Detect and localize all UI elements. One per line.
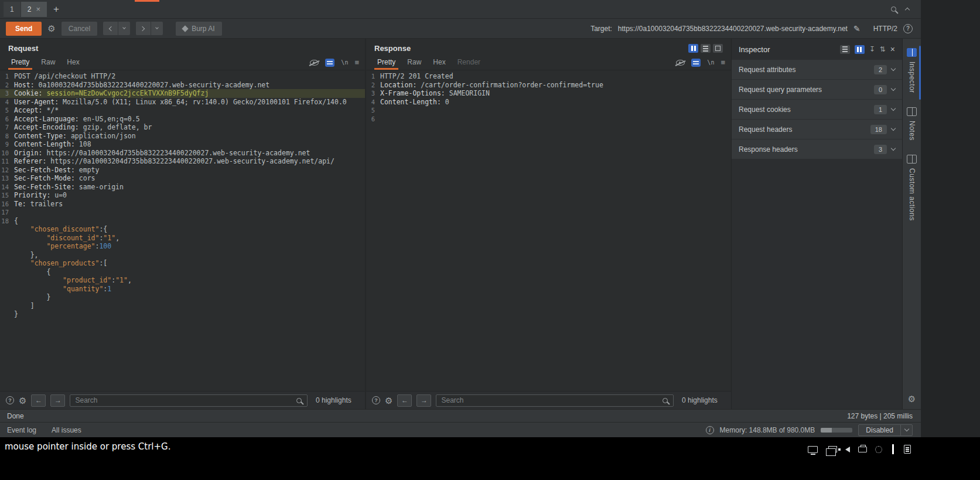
request-search-input[interactable]: [70, 394, 308, 407]
forward-arrow-icon[interactable]: [136, 22, 151, 35]
chevron-up-icon[interactable]: [905, 8, 910, 12]
search-tabs-icon[interactable]: [891, 6, 896, 12]
request-panel-head: Request: [0, 39, 365, 56]
inspector-layout-rows-icon[interactable]: [840, 45, 850, 54]
hide-nonprintables-icon[interactable]: [676, 60, 685, 66]
search-prev-button[interactable]: ←: [397, 394, 412, 407]
intercept-state-label: Disabled: [859, 426, 900, 434]
forward-dropdown-icon[interactable]: [151, 22, 163, 35]
footer-bar: Event log All issues i Memory: 148.8MB o…: [0, 422, 921, 437]
settings-gear-icon[interactable]: ⚙: [908, 394, 916, 403]
search-settings-icon[interactable]: ⚙: [19, 396, 26, 405]
line-number: [0, 310, 14, 319]
response-editor-icons: \n ≡: [676, 58, 725, 70]
add-tab-button[interactable]: +: [53, 4, 59, 14]
syntax-highlight-icon[interactable]: [691, 59, 701, 67]
cancel-button[interactable]: Cancel: [62, 22, 97, 36]
tab-request-hex[interactable]: Hex: [62, 56, 84, 70]
request-editor[interactable]: 1POST /api/checkout HTTP/22Host: 0a10003…: [0, 70, 365, 391]
chevron-down-icon[interactable]: [891, 66, 896, 71]
layout-columns-button[interactable]: [688, 44, 698, 53]
tab-response-render[interactable]: Render: [452, 56, 486, 70]
line-number: [0, 293, 14, 302]
tab-response-hex[interactable]: Hex: [428, 56, 450, 70]
close-inspector-icon[interactable]: ×: [890, 45, 895, 53]
collapse-all-icon[interactable]: ↧: [869, 46, 875, 53]
volume-icon[interactable]: [845, 447, 850, 452]
search-next-button[interactable]: →: [50, 394, 65, 407]
layout-single-button[interactable]: [713, 44, 723, 53]
tab-request-pretty[interactable]: Pretty: [6, 56, 35, 70]
inspector-row-request-cookies[interactable]: Request cookies1: [732, 100, 902, 119]
chevron-down-icon[interactable]: [891, 146, 896, 151]
inspector-row-request-query-parameters[interactable]: Request query parameters0: [732, 80, 902, 99]
event-log-button[interactable]: Event log: [7, 426, 36, 434]
response-search-input[interactable]: [436, 394, 674, 407]
line-number: 16: [0, 200, 14, 209]
expand-all-icon[interactable]: ⇅: [880, 46, 886, 53]
request-panel-title: Request: [8, 44, 38, 53]
repeater-tab-1[interactable]: 1: [4, 2, 21, 17]
request-code-line: 14Sec-Fetch-Site: same-origin: [0, 183, 365, 192]
chevron-down-icon[interactable]: [891, 86, 896, 91]
request-code-line: {: [0, 268, 365, 277]
chevron-down-icon[interactable]: [891, 106, 896, 111]
inspector-icon: [907, 48, 917, 57]
response-view-tabs: PrettyRawHexRender \n ≡: [366, 56, 731, 70]
side-tab-custom-actions[interactable]: Custom actions: [907, 155, 917, 221]
syntax-highlight-icon[interactable]: [325, 59, 334, 67]
side-tab-notes[interactable]: Notes: [907, 107, 917, 141]
newline-icon[interactable]: \n: [707, 59, 714, 66]
search-help-icon[interactable]: ?: [6, 396, 14, 404]
editor-menu-icon[interactable]: ≡: [354, 58, 359, 67]
tab-response-raw[interactable]: Raw: [402, 56, 426, 70]
all-issues-button[interactable]: All issues: [52, 426, 81, 434]
back-arrow-icon[interactable]: [103, 22, 118, 35]
request-search-bar: ? ⚙ ← → 0 highlights: [0, 391, 365, 409]
repeater-tab-2[interactable]: 2×: [21, 2, 47, 17]
editor-menu-icon[interactable]: ≡: [721, 58, 725, 67]
inspector-row-response-headers[interactable]: Response headers3: [732, 139, 902, 159]
line-content: Accept-Language: en-US,en;q=0.5: [14, 115, 140, 124]
response-panel: Response PrettyRawHexRender \n ≡: [366, 39, 731, 409]
intercept-dropdown[interactable]: Disabled: [858, 424, 913, 436]
send-button[interactable]: Send: [6, 22, 42, 36]
request-code-line: 2Host: 0a10003204d735bb8322234400220027.…: [0, 81, 365, 90]
display-icon[interactable]: [808, 446, 818, 453]
edit-target-icon[interactable]: ✎: [853, 24, 861, 33]
side-tab-inspector[interactable]: Inspector: [907, 48, 917, 93]
inspector-layout-columns-icon[interactable]: [855, 45, 865, 54]
chevron-down-icon[interactable]: [891, 126, 896, 131]
inspector-row-request-headers[interactable]: Request headers18: [732, 120, 902, 139]
tab-close-icon[interactable]: ×: [36, 5, 40, 13]
line-content: Priority: u=0: [14, 191, 67, 200]
clipboard-icon[interactable]: [904, 445, 911, 454]
hide-nonprintables-icon[interactable]: [310, 60, 319, 66]
tab-response-pretty[interactable]: Pretty: [372, 56, 401, 70]
windows-icon[interactable]: [828, 446, 837, 452]
memory-label: Memory: 148.8MB of 980.0MB: [720, 426, 815, 434]
tab-label: 1: [10, 5, 14, 13]
newline-icon[interactable]: \n: [341, 59, 348, 66]
search-settings-icon[interactable]: ⚙: [385, 396, 392, 405]
send-settings-gear-icon[interactable]: ⚙: [47, 24, 55, 33]
printer-icon[interactable]: [858, 447, 867, 452]
history-back-button[interactable]: [103, 22, 130, 35]
inspector-row-request-attributes[interactable]: Request attributes2: [732, 60, 902, 79]
request-panel: Request PrettyRawHex \n ≡ 1POST /api/che…: [0, 39, 365, 409]
search-prev-button[interactable]: ←: [31, 394, 46, 407]
search-next-button[interactable]: →: [416, 394, 431, 407]
record-icon[interactable]: [875, 446, 882, 453]
dropdown-caret-icon[interactable]: [900, 425, 912, 435]
back-dropdown-icon[interactable]: [118, 22, 130, 35]
burp-ai-button[interactable]: Burp AI: [176, 22, 221, 36]
layout-rows-button[interactable]: [701, 44, 711, 53]
inspector-row-label: Request attributes: [739, 66, 869, 74]
search-help-icon[interactable]: ?: [372, 396, 380, 404]
response-editor[interactable]: 1HTTP/2 201 Created2Location: /cart/orde…: [366, 70, 731, 391]
history-forward-button[interactable]: [136, 22, 163, 35]
help-icon[interactable]: ?: [903, 24, 913, 33]
line-content: }: [14, 310, 18, 319]
request-code-line: ]: [0, 302, 365, 311]
tab-request-raw[interactable]: Raw: [36, 56, 60, 70]
